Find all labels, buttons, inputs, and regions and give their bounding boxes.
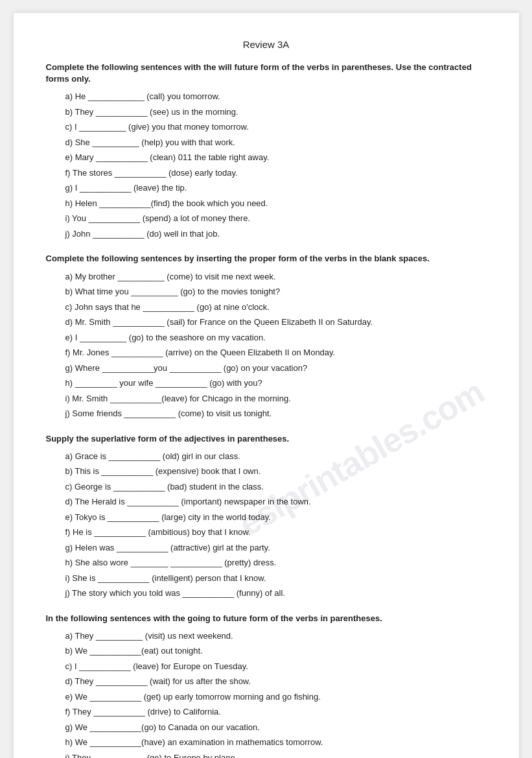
list-item: e) I __________ (go) to the seashore on … (65, 331, 487, 344)
page: eslprintables.com Review 3A Complete the… (14, 13, 519, 758)
section-4-header: In the following sentences with the goin… (46, 613, 487, 624)
section-4-list: a) They __________ (visit) us next weeke… (65, 630, 487, 758)
section-3-header: Supply the superlative form of the adjec… (46, 433, 487, 445)
section-4: In the following sentences with the goin… (46, 613, 487, 758)
section-2-list: a) My brother __________ (come) to visit… (65, 270, 487, 420)
list-item: c) John says that he ___________ (go) at… (65, 301, 487, 314)
section-2: Complete the following sentences by inse… (46, 253, 487, 420)
list-item: c) I ___________ (leave) for Europe on T… (65, 660, 487, 673)
list-item: e) Tokyo is ___________ (large) city in … (65, 511, 487, 524)
list-item: h) We ___________(have) an examination i… (65, 736, 487, 749)
list-item: f) They ___________ (drive) to Californi… (65, 705, 487, 718)
list-item: i) Mr. Smith ___________(leave) for Chic… (65, 392, 487, 405)
list-item: c) George is ___________ (bad) student i… (65, 480, 487, 493)
list-item: j) Some friends ___________ (come) to vi… (65, 407, 487, 420)
section-3-list: a) Grace is ___________ (old) girl in ou… (65, 450, 487, 600)
list-item: a) They __________ (visit) us next weeke… (65, 630, 487, 643)
list-item: f) Mr. Jones ___________ (arrive) on the… (65, 346, 487, 359)
list-item: i) They ___________ (go) to Europe by pl… (65, 752, 487, 758)
list-item: b) They ___________ (see) us in the morn… (65, 106, 487, 119)
list-item: g) Helen was ___________ (attractive) gi… (65, 541, 487, 554)
list-item: h) Helen ___________(find) the book whic… (65, 197, 487, 210)
list-item: a) Grace is ___________ (old) girl in ou… (65, 450, 487, 463)
list-item: e) Mary ___________ (clean) 011 the tabl… (65, 151, 487, 164)
list-item: j) The story which you told was ________… (65, 587, 487, 600)
section-1: Complete the following sentences with th… (46, 62, 487, 240)
list-item: h) She also wore ________ ___________ (p… (65, 556, 487, 569)
list-item: d) They ___________ (wait) for us after … (65, 675, 487, 688)
list-item: i) You ___________ (spend) a lot of mone… (65, 212, 487, 225)
list-item: c) I __________ (give) you that money to… (65, 121, 487, 134)
section-1-list: a) He ____________ (call) you tomorrow. … (65, 90, 487, 240)
list-item: g) I ___________ (leave) the tip. (65, 182, 487, 195)
list-item: g) We ___________(go) to Canada on our v… (65, 721, 487, 734)
list-item: d) Mr. Smith ___________ (sail) for Fran… (65, 316, 487, 329)
list-item: f) He is ___________ (ambitious) boy tha… (65, 526, 487, 539)
list-item: a) My brother __________ (come) to visit… (65, 270, 487, 283)
list-item: h) _________ your wife ___________ (go) … (65, 377, 487, 390)
content: Review 3A Complete the following sentenc… (46, 39, 487, 758)
list-item: b) We ___________(eat) out tonight. (65, 645, 487, 657)
list-item: i) She is ___________ (intelligent) pers… (65, 572, 487, 585)
section-1-header: Complete the following sentences with th… (46, 62, 487, 85)
list-item: d) She __________ (help) you with that w… (65, 136, 487, 149)
section-2-header: Complete the following sentences by inse… (46, 253, 487, 265)
list-item: j) John ___________ (do) well in that jo… (65, 228, 487, 241)
list-item: g) Where ___________you ___________ (go)… (65, 362, 487, 375)
list-item: f) The stores ___________ (dose) early t… (65, 167, 487, 180)
list-item: e) We ___________ (get) up early tomorro… (65, 691, 487, 704)
section-3: Supply the superlative form of the adjec… (46, 433, 487, 600)
page-title: Review 3A (46, 39, 487, 50)
list-item: b) What time you __________ (go) to the … (65, 285, 487, 298)
list-item: d) The Herald is ___________ (important)… (65, 495, 487, 508)
list-item: b) This is ___________ (expensive) book … (65, 465, 487, 478)
list-item: a) He ____________ (call) you tomorrow. (65, 90, 487, 103)
